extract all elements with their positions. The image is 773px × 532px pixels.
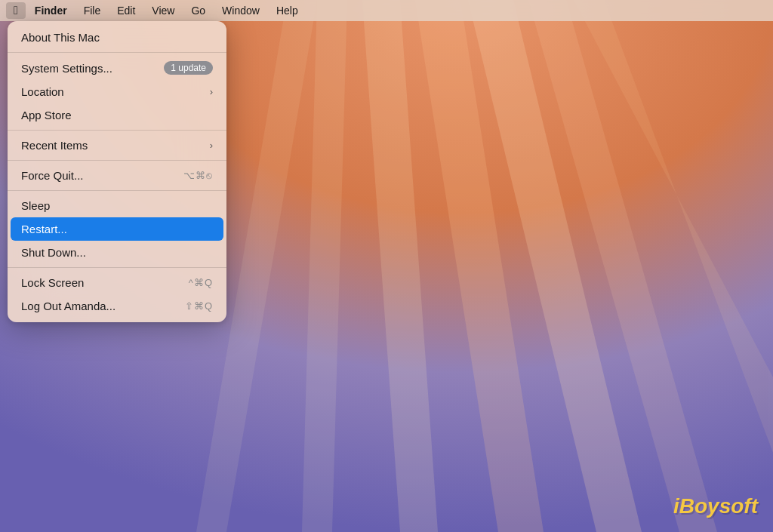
chevron-right-icon-2: › (210, 140, 213, 151)
iboysoft-watermark: iBoysoft (673, 494, 758, 518)
menu-item-shut-down[interactable]: Shut Down... (8, 241, 226, 264)
update-badge: 1 update (164, 61, 213, 75)
apple-menu-trigger[interactable]:  (6, 2, 26, 19)
menubar-go[interactable]: Go (183, 2, 213, 19)
separator-3 (8, 160, 226, 161)
menu-item-sleep[interactable]: Sleep (8, 194, 226, 217)
menubar-file[interactable]: File (76, 2, 109, 19)
watermark-i: i (673, 494, 679, 518)
menubar-finder[interactable]: Finder (27, 2, 75, 19)
log-out-shortcut: ⇧⌘Q (185, 300, 213, 312)
menu-item-force-quit[interactable]: Force Quit... ⌥⌘⎋ (8, 164, 226, 187)
lock-screen-shortcut: ^⌘Q (189, 277, 213, 288)
menu-item-about[interactable]: About This Mac (8, 26, 226, 49)
separator-1 (8, 52, 226, 53)
separator-4 (8, 190, 226, 191)
force-quit-shortcut: ⌥⌘⎋ (183, 170, 213, 181)
menubar-edit[interactable]: Edit (109, 2, 143, 19)
menu-item-system-settings[interactable]: System Settings... 1 update (8, 56, 226, 80)
menu-item-restart[interactable]: Restart... (11, 217, 223, 241)
apple-menu-dropdown: About This Mac System Settings... 1 upda… (8, 21, 226, 322)
menubar:  Finder File Edit View Go Window Help (0, 0, 773, 21)
watermark-boysoft: Boysoft (679, 494, 758, 518)
menubar-view[interactable]: View (144, 2, 182, 19)
menu-item-recent-items[interactable]: Recent Items › (8, 134, 226, 157)
menu-item-lock-screen[interactable]: Lock Screen ^⌘Q (8, 271, 226, 294)
menu-item-app-store[interactable]: App Store (8, 103, 226, 127)
chevron-right-icon: › (210, 86, 213, 97)
menu-item-location[interactable]: Location › (8, 80, 226, 103)
separator-5 (8, 267, 226, 268)
separator-2 (8, 130, 226, 131)
menubar-help[interactable]: Help (269, 2, 306, 19)
menu-item-log-out[interactable]: Log Out Amanda... ⇧⌘Q (8, 294, 226, 318)
menubar-window[interactable]: Window (214, 2, 267, 19)
